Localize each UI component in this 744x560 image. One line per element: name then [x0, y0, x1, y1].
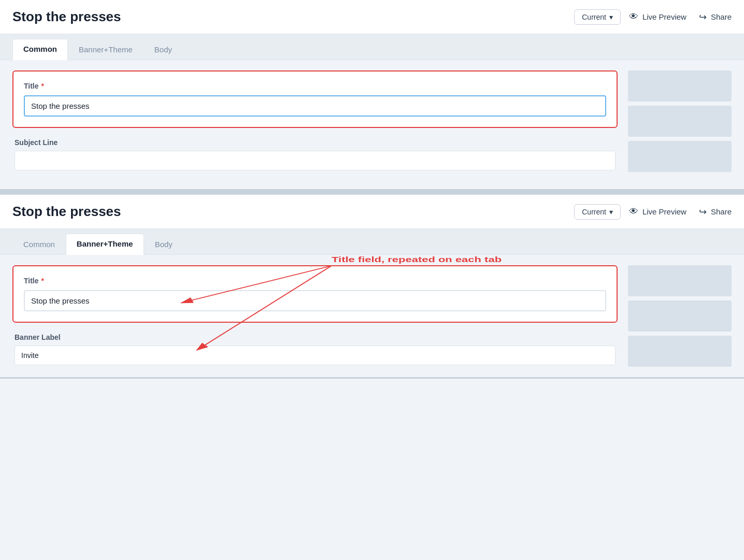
- side-block-1c: [628, 141, 732, 172]
- live-preview-button-2[interactable]: 👁 Live Preview: [629, 206, 686, 217]
- top-header-2: Stop the presses Current ▾ 👁 Live Previe…: [0, 195, 744, 229]
- side-column-1: [628, 70, 732, 172]
- live-preview-label-1: Live Preview: [642, 12, 686, 21]
- header-actions-2: 👁 Live Preview ↪ Share: [629, 206, 732, 218]
- top-header-1: Stop the presses Current ▾ 👁 Live Previe…: [0, 0, 744, 34]
- chevron-down-icon-1: ▾: [609, 13, 613, 21]
- banner-section-2: Banner Label: [12, 333, 618, 365]
- version-dropdown-2[interactable]: Current ▾: [574, 204, 621, 220]
- title-card-2: Title *: [12, 265, 618, 323]
- title-field-label-2: Title *: [24, 277, 606, 285]
- side-block-1a: [628, 70, 732, 102]
- side-block-2a: [628, 265, 732, 296]
- section-divider: [0, 191, 744, 195]
- header-actions-1: 👁 Live Preview ↪ Share: [629, 11, 732, 23]
- required-star-1: *: [41, 82, 44, 90]
- tab-common-2[interactable]: Common: [12, 234, 66, 255]
- side-column-2: [628, 265, 732, 367]
- subject-input-1[interactable]: [15, 151, 616, 170]
- chevron-down-icon-2: ▾: [609, 208, 613, 216]
- version-dropdown-1[interactable]: Current ▾: [574, 9, 621, 25]
- tab-body-2[interactable]: Body: [144, 234, 183, 255]
- live-preview-button-1[interactable]: 👁 Live Preview: [629, 11, 686, 22]
- title-field-label-1: Title *: [24, 82, 606, 90]
- required-star-2: *: [41, 277, 44, 285]
- share-label-2: Share: [711, 207, 732, 216]
- share-button-2[interactable]: ↪ Share: [699, 206, 732, 218]
- page-title-2: Stop the presses: [12, 204, 566, 220]
- tabs-bar-2: Common Banner+Theme Body: [0, 229, 744, 255]
- tab-body-1[interactable]: Body: [144, 39, 183, 60]
- share-button-1[interactable]: ↪ Share: [699, 11, 732, 23]
- page-title-1: Stop the presses: [12, 9, 566, 25]
- version-label-2: Current: [582, 208, 606, 216]
- side-block-2c: [628, 336, 732, 367]
- subject-section-1: Subject Line: [12, 138, 618, 170]
- eye-icon-2: 👁: [629, 206, 638, 217]
- subject-label-1: Subject Line: [15, 138, 616, 147]
- second-instance: Title field, repeated on each tab Stop t…: [0, 195, 744, 379]
- tabs-bar-1: Common Banner+Theme Body: [0, 34, 744, 60]
- tab-content-2: Title * Banner Label: [0, 255, 744, 377]
- title-card-1: Title *: [12, 70, 618, 128]
- content-grid-2: Title * Banner Label: [12, 265, 732, 367]
- title-input-1[interactable]: [24, 95, 606, 117]
- form-column-1: Title * Subject Line: [12, 70, 618, 179]
- side-block-2b: [628, 300, 732, 332]
- banner-input-2[interactable]: [15, 346, 616, 365]
- content-grid-1: Title * Subject Line: [12, 70, 732, 179]
- title-input-2[interactable]: [24, 290, 606, 311]
- side-block-1b: [628, 106, 732, 137]
- first-instance: Stop the presses Current ▾ 👁 Live Previe…: [0, 0, 744, 191]
- tab-content-1: Title * Subject Line: [0, 60, 744, 189]
- share-icon-1: ↪: [699, 11, 707, 23]
- share-label-1: Share: [711, 12, 732, 21]
- tab-common-1[interactable]: Common: [12, 39, 68, 60]
- eye-icon-1: 👁: [629, 11, 638, 22]
- form-column-2: Title * Banner Label: [12, 265, 618, 365]
- banner-label-2: Banner Label: [15, 333, 616, 341]
- share-icon-2: ↪: [699, 206, 707, 218]
- tab-banner-theme-2[interactable]: Banner+Theme: [66, 234, 144, 255]
- tab-banner-theme-1[interactable]: Banner+Theme: [68, 39, 144, 60]
- version-label-1: Current: [582, 13, 606, 21]
- live-preview-label-2: Live Preview: [642, 207, 686, 216]
